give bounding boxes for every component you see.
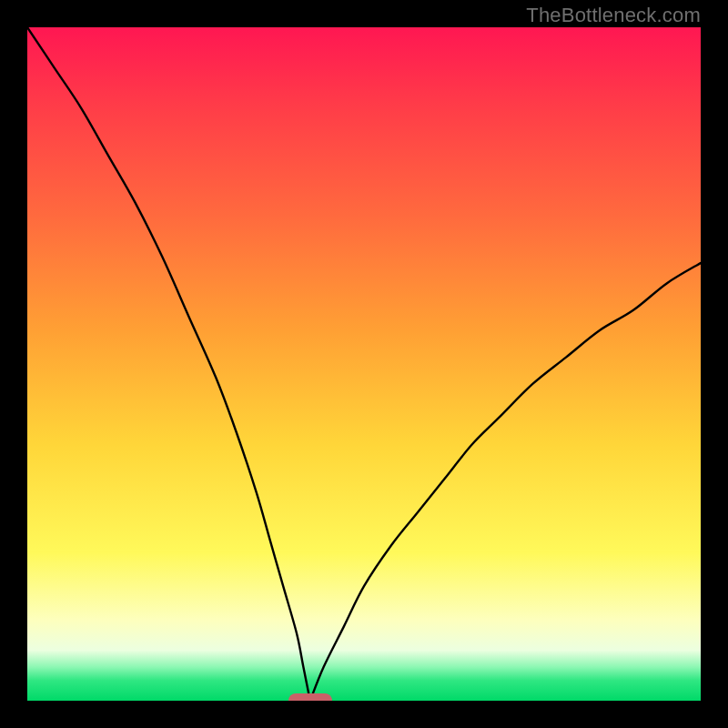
curve-left-branch — [27, 27, 310, 701]
bottleneck-curve — [27, 27, 701, 701]
bottleneck-marker — [288, 693, 332, 701]
chart-frame — [27, 27, 701, 701]
credit-text: TheBottleneck.com — [526, 4, 701, 27]
curve-right-branch — [310, 263, 701, 701]
